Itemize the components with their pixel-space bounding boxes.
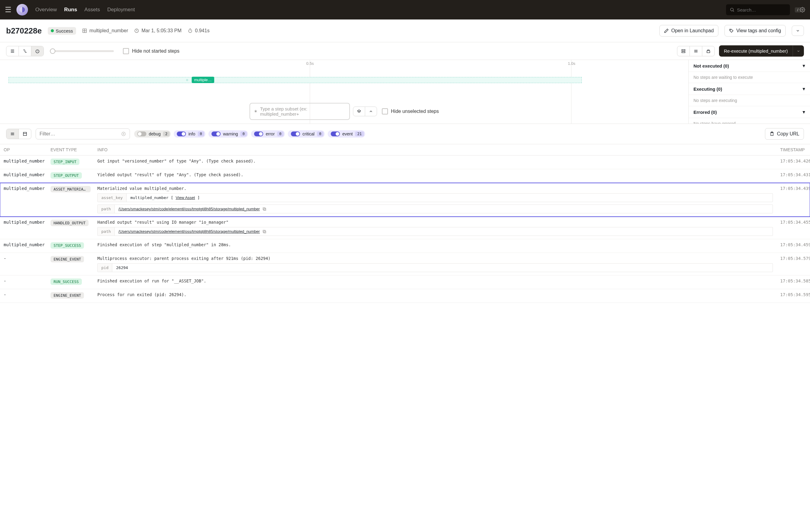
toggle-critical[interactable] (291, 131, 300, 136)
reexecute-caret[interactable] (793, 45, 804, 57)
meta-link[interactable]: /Users/smackesey/stm/code/elementl/oss/t… (118, 229, 260, 234)
run-time-text: Mar 1, 5:05:33 PM (142, 28, 182, 33)
log-op: multipled_number (0, 183, 47, 217)
level-pill-info[interactable]: info0 (174, 130, 205, 138)
layout-3-button[interactable] (702, 46, 714, 56)
nav-link-overview[interactable]: Overview (35, 7, 57, 13)
col-type-header: EVENT TYPE (47, 144, 94, 156)
log-row[interactable]: -ENGINE_EVENTMultiprocess executor: pare… (0, 253, 810, 275)
log-filter-input[interactable] (39, 131, 119, 136)
search-icon (730, 7, 734, 12)
log-row[interactable]: multipled_numberHANDLED_OUTPUTHandled ou… (0, 217, 810, 239)
step-subset-input[interactable]: ✶ Type a step subset (ex: multipled_numb… (249, 103, 350, 120)
layout-2-button[interactable] (690, 46, 702, 56)
nav-link-deployment[interactable]: Deployment (107, 7, 135, 13)
status-section-header[interactable]: Executing (0)▾ (688, 83, 810, 95)
header-more-button[interactable] (792, 26, 804, 36)
toggle-debug[interactable] (137, 131, 146, 136)
nav-link-assets[interactable]: Assets (84, 7, 100, 13)
search-box[interactable]: / (726, 4, 790, 15)
settings-icon[interactable] (800, 7, 805, 13)
view-time-button[interactable] (31, 46, 44, 56)
log-list-view-button[interactable] (6, 129, 19, 139)
log-filter-input-wrap[interactable] (36, 128, 130, 140)
log-type: HANDLED_OUTPUT (47, 217, 94, 239)
toggle-warning[interactable] (211, 131, 221, 136)
gantt-chart[interactable]: 0.5s 1.0s multiple… ✶ Type a step subset… (0, 60, 688, 124)
log-row[interactable]: -RUN_SUCCESSFinished execution of run fo… (0, 275, 810, 289)
nav-links: OverviewRunsAssetsDeployment (35, 7, 135, 13)
open-launchpad-button[interactable]: Open in Launchpad (659, 25, 718, 36)
asset-link[interactable]: multipled_number (82, 28, 128, 33)
svg-point-3 (802, 9, 803, 11)
level-pill-debug[interactable]: debug2 (134, 130, 171, 138)
log-type: RUN_SUCCESS (47, 275, 94, 289)
status-section-header[interactable]: Errored (0)▾ (688, 106, 810, 118)
subset-nav-group (353, 107, 377, 116)
meta-link[interactable]: /Users/smackesey/stm/code/elementl/oss/t… (118, 207, 260, 211)
gantt-step-chip[interactable]: multiple… (192, 77, 214, 83)
log-row[interactable]: multipled_numberASSET_MATERIALIZAT…Mater… (0, 183, 810, 217)
gantt-area: 0.5s 1.0s multiple… ✶ Type a step subset… (0, 60, 810, 124)
log-row[interactable]: multipled_numberSTEP_OUTPUTYielded outpu… (0, 169, 810, 183)
svg-point-11 (730, 30, 731, 30)
caret-down-icon: ▾ (803, 109, 805, 115)
top-nav: ☰ OverviewRunsAssetsDeployment / (0, 0, 810, 19)
log-type: ENGINE_EVENT (47, 253, 94, 275)
view-flat-button[interactable] (6, 46, 19, 56)
status-section-body: No steps are executing (688, 95, 810, 106)
log-op: - (0, 289, 47, 303)
toggle-info[interactable] (177, 131, 186, 136)
wand-icon: ✶ (254, 109, 258, 114)
slider-knob[interactable] (50, 48, 55, 54)
layout-1-button[interactable] (677, 46, 690, 56)
log-row[interactable]: -ENGINE_EVENTProcess for run exited (pid… (0, 289, 810, 303)
svg-rect-20 (682, 49, 685, 50)
toggle-error[interactable] (254, 131, 263, 136)
status-section-header[interactable]: Not executed (0)▾ (688, 60, 810, 72)
svg-point-1 (731, 8, 733, 11)
collapse-up-button[interactable] (365, 107, 377, 116)
meta-link[interactable]: View Asset (176, 195, 195, 200)
toggle-event[interactable] (331, 131, 340, 136)
clear-filter-icon[interactable] (121, 131, 126, 136)
nav-link-runs[interactable]: Runs (64, 7, 77, 13)
pencil-icon (664, 28, 669, 33)
log-timestamp: 17:05:34.595 (777, 289, 810, 303)
copy-url-button[interactable]: Copy URL (765, 128, 804, 140)
log-table-header-row: OP EVENT TYPE INFO TIMESTAMP (0, 144, 810, 156)
meta-key: asset_key (98, 194, 127, 202)
meta-box: pid26294 (97, 263, 773, 272)
meta-key: path (98, 205, 115, 213)
logo-icon[interactable] (16, 4, 28, 16)
level-pill-event[interactable]: event21 (328, 130, 365, 138)
level-pill-warning[interactable]: warning0 (208, 130, 248, 138)
level-pill-error[interactable]: error0 (251, 130, 285, 138)
copy-icon[interactable] (262, 207, 266, 211)
log-op: - (0, 253, 47, 275)
level-pill-critical[interactable]: critical0 (288, 130, 325, 138)
layers-button[interactable] (353, 107, 365, 116)
svg-rect-38 (263, 208, 265, 210)
zoom-slider[interactable] (50, 50, 114, 52)
log-raw-view-button[interactable] (19, 129, 31, 139)
run-duration-text: 0.941s (195, 28, 210, 33)
layout-group (677, 46, 715, 56)
hide-unselected-checkbox[interactable] (382, 108, 388, 114)
hide-not-started-checkbox[interactable] (123, 48, 129, 54)
reexecute-button[interactable]: Re-execute (multipled_number) (719, 45, 793, 57)
view-waterfall-button[interactable] (19, 46, 31, 56)
view-tags-button[interactable]: View tags and config (725, 25, 785, 36)
log-row[interactable]: multipled_numberSTEP_SUCCESSFinished exe… (0, 239, 810, 253)
gantt-step-bar[interactable] (9, 77, 582, 84)
log-row[interactable]: multipled_numberSTEP_INPUTGot input "ver… (0, 156, 810, 169)
menu-icon[interactable]: ☰ (5, 5, 12, 14)
meta-key: pid (98, 263, 112, 272)
search-input[interactable] (737, 7, 795, 13)
log-info: Materialized value multipled_number.asse… (94, 183, 777, 217)
caret-down-icon: ▾ (803, 86, 805, 92)
tick-label: 1.0s (568, 61, 576, 66)
copy-icon[interactable] (262, 229, 266, 234)
log-info: Process for run exited (pid: 26294). (94, 289, 777, 303)
svg-line-2 (733, 11, 734, 12)
